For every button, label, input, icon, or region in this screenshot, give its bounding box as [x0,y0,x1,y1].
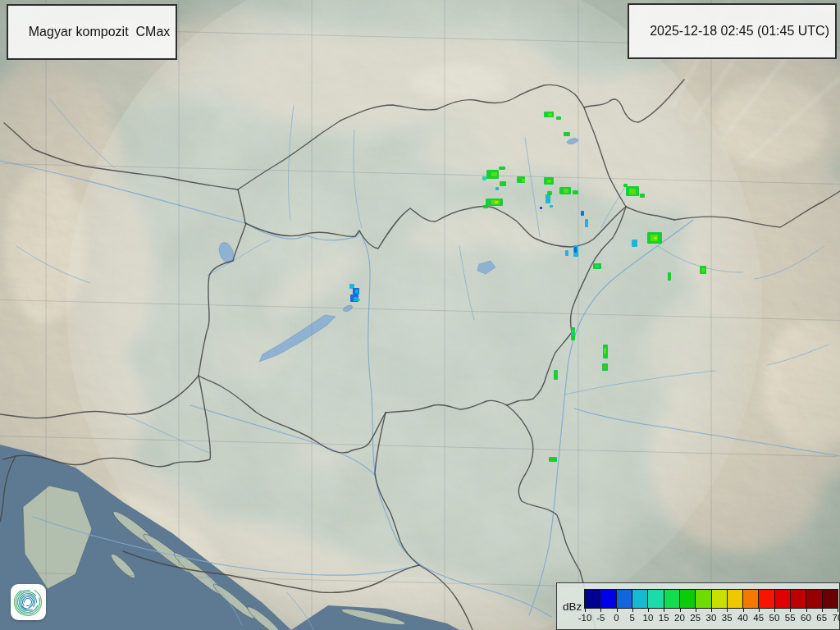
legend-tick-mark [711,608,712,612]
legend-tick-mark [790,608,791,612]
legend-tick-label: 60 [801,613,811,623]
legend-tick-label: 25 [690,613,701,623]
timestamp-box: 2025-12-18 02:45 (01:45 UTC) [628,3,837,59]
legend-tick-mark [759,608,760,612]
legend-color-box-60 [806,590,822,608]
dbz-colorbar [584,589,838,609]
legend-tick-mark [648,608,649,612]
legend-tick-label: 70 [833,613,840,623]
legend-tick-label: 0 [614,613,619,623]
legend-tick-label: 15 [659,613,669,623]
legend-color-box-45 [759,590,774,608]
hungaromet-spiral-logo [11,584,46,620]
legend-tick-label: 20 [674,613,685,623]
legend-color-box-40 [743,590,759,608]
dbz-tick-row: -10-50510152025303540455055606570 [585,608,838,629]
timestamp-label: 2025-12-18 02:45 (01:45 UTC) [650,24,829,38]
legend-tick-label: 45 [753,613,764,623]
legend-tick-mark [727,608,728,612]
legend-color-box-55 [791,590,806,608]
legend-tick-mark [806,608,807,612]
legend-color-box-35 [728,590,743,608]
legend-tick-mark [743,608,744,612]
legend-color-box-50 [775,590,791,608]
legend-tick-label: -10 [578,613,592,623]
legend-tick-mark [774,608,775,612]
legend-tick-mark [600,608,601,612]
legend-color-box-10 [648,590,664,608]
product-label: Magyar kompozit CMax [29,25,171,39]
legend-color-box-20 [680,590,696,608]
radar-composite-screen: Magyar kompozit CMax 2025-12-18 02:45 (0… [0,0,840,630]
dbz-legend-panel: dBz -10-50510152025303540455055606570 [556,582,840,630]
legend-tick-mark [838,608,838,612]
legend-tick-label: 5 [630,613,635,623]
legend-color-box-5 [632,590,648,608]
legend-color-box-25 [696,590,711,608]
legend-tick-mark [664,608,664,612]
legend-tick-mark [617,608,618,612]
legend-tick-label: 55 [785,613,796,623]
legend-color-box--10 [585,590,600,608]
product-label-box: Magyar kompozit CMax [7,4,177,60]
legend-unit-label: dBz [563,600,582,613]
legend-tick-mark [632,608,633,612]
legend-tick-label: 10 [643,613,654,623]
spiral-logo-icon [11,584,46,620]
legend-tick-mark [680,608,681,612]
legend-tick-label: 65 [816,613,827,623]
legend-color-box-65 [823,590,838,608]
legend-color-box--5 [600,590,616,608]
legend-tick-label: 35 [722,613,733,623]
legend-tick-label: 40 [737,613,748,623]
legend-tick-label: 50 [769,613,780,623]
legend-tick-label: 30 [706,613,717,623]
legend-tick-mark [585,608,586,612]
legend-tick-mark [822,608,823,612]
topographic-basemap [0,0,840,630]
legend-color-box-15 [664,590,680,608]
legend-tick-label: -5 [596,613,605,623]
legend-tick-mark [696,608,696,612]
legend-color-box-0 [617,590,632,608]
legend-color-box-30 [712,590,728,608]
